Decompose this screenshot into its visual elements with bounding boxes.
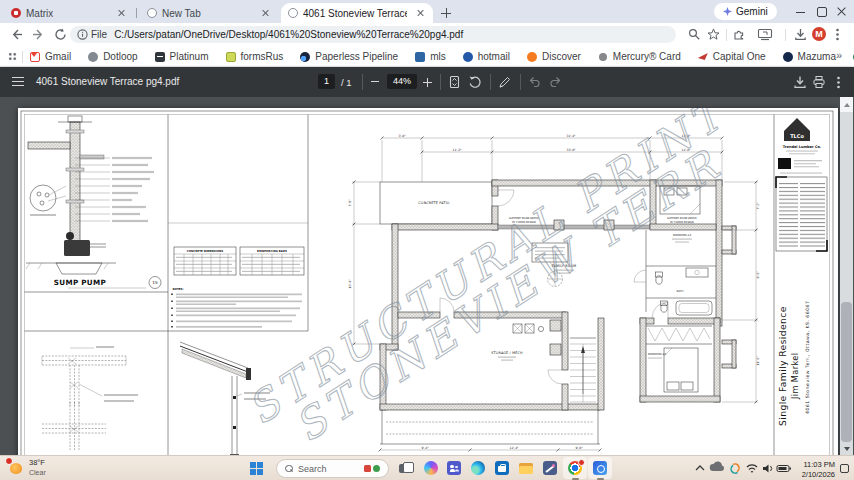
- tab-pdf-active[interactable]: 4061 Stoneview Terrace pg4.pd: [281, 3, 433, 23]
- search-placeholder: Search: [298, 464, 327, 474]
- toolbar-divider: [785, 29, 786, 41]
- extensions-icon[interactable]: [733, 28, 746, 41]
- pdf-scrollbar[interactable]: [840, 97, 853, 455]
- rotate-icon[interactable]: [468, 75, 482, 89]
- weather-widget[interactable]: 38°F Clear: [6, 458, 46, 477]
- taskbar-clock[interactable]: 11:03 PM 2/10/2026: [793, 460, 835, 480]
- tab-label: Matrix: [26, 8, 53, 19]
- chrome-badge: [578, 459, 585, 466]
- maximize-button[interactable]: [816, 6, 827, 17]
- scrollbar-up-icon[interactable]: [840, 97, 853, 112]
- mercury-favicon-icon: [599, 53, 607, 61]
- reload-icon[interactable]: [54, 28, 67, 41]
- pdf-document-title: 4061 Stoneview Terrace pg4.pdf: [36, 76, 179, 87]
- back-icon[interactable]: [10, 28, 23, 41]
- zoom-search-icon[interactable]: [688, 28, 701, 41]
- svg-text:9'-0": 9'-0": [756, 271, 760, 279]
- sync-icon: [733, 464, 739, 472]
- pdf-menu-icon[interactable]: [12, 77, 24, 87]
- task-view-icon[interactable]: [399, 462, 412, 474]
- svg-text:12'-4": 12'-4": [509, 446, 519, 450]
- schedule-tables: CONCRETE DIMENSIONS REINFORCING BARS NOT…: [171, 247, 304, 328]
- taskbar-search[interactable]: Search: [276, 459, 389, 478]
- edge-icon[interactable]: [471, 461, 485, 475]
- bookmark-platinum[interactable]: Platinum: [155, 51, 209, 62]
- close-tab-icon[interactable]: [116, 8, 127, 19]
- scrollbar-down-icon[interactable]: [840, 442, 853, 455]
- handwritten-watermark: STRUCTURAL PRINT STONEVIEW TERR: [239, 108, 759, 455]
- new-tab-button[interactable]: [440, 7, 452, 19]
- profile-avatar[interactable]: M: [812, 27, 826, 41]
- notes-heading: NOTES:: [172, 287, 183, 291]
- copilot-icon[interactable]: [424, 461, 438, 475]
- bookmark-capital-one[interactable]: Capital One: [698, 51, 766, 62]
- tab-matrix[interactable]: Matrix: [4, 3, 134, 23]
- fit-page-icon[interactable]: [448, 75, 461, 89]
- close-window-button[interactable]: [836, 6, 847, 17]
- tab-capture-icon[interactable]: [757, 28, 773, 41]
- zoom-out-button[interactable]: [371, 81, 379, 82]
- file-label: File: [91, 29, 107, 40]
- pdf-menu-dots-icon[interactable]: [836, 76, 841, 89]
- svg-text:11'-0": 11'-0": [756, 356, 760, 366]
- browser-window: Matrix New Tab 4061 Stoneview Terrace pg…: [0, 0, 854, 480]
- teams-icon[interactable]: [447, 461, 461, 475]
- rebar-table-title: REINFORCING BARS: [257, 249, 287, 253]
- toolbar-divider: [362, 74, 363, 90]
- title-block: TLCo Trendel Lumber Co. Single Family Re…: [776, 118, 827, 426]
- bookmark-dotloop[interactable]: Dotloop: [88, 51, 137, 62]
- zoom-in-button[interactable]: [423, 78, 432, 87]
- close-tab-icon[interactable]: [260, 8, 271, 19]
- bookmark-label: Discover: [542, 51, 581, 62]
- tab-new-tab[interactable]: New Tab: [140, 3, 278, 23]
- page-number-input[interactable]: 1: [318, 74, 335, 89]
- forward-icon[interactable]: [32, 28, 45, 41]
- sump-pump-title: SUMP PUMP: [54, 278, 106, 287]
- svg-text:9'-4": 9'-4": [421, 446, 429, 450]
- photos-icon[interactable]: [593, 461, 607, 475]
- weather-condition: Clear: [29, 468, 46, 477]
- system-tray[interactable]: [693, 460, 793, 477]
- minimize-button[interactable]: [795, 6, 806, 17]
- bookmark-star-icon[interactable]: [707, 28, 720, 41]
- bookmark-hotmail[interactable]: hotmail: [463, 51, 510, 62]
- download-icon[interactable]: [794, 28, 807, 41]
- zoom-level-input[interactable]: 44%: [387, 74, 417, 89]
- gemini-button[interactable]: Gemini: [714, 3, 777, 20]
- bookmark-mercury-card[interactable]: Mercury® Card: [598, 51, 681, 62]
- bookmark-label: Mazuma: [798, 51, 836, 62]
- apps-grid-icon[interactable]: [8, 52, 17, 61]
- close-tab-icon[interactable]: [415, 8, 426, 19]
- bookmark-formsrus[interactable]: formsRus: [226, 51, 284, 62]
- browser-menu-icon[interactable]: [835, 28, 840, 41]
- bookmark-gmail[interactable]: Gmail: [30, 51, 71, 62]
- tab-label: 4061 Stoneview Terrace pg4.pd: [303, 8, 407, 19]
- svg-text:10'-4": 10'-4": [348, 279, 352, 289]
- bookmarks-overflow-chevron[interactable]: »: [836, 49, 842, 61]
- bookmark-mazuma[interactable]: Mazuma: [783, 51, 836, 62]
- clock-time: 11:03 PM: [793, 460, 835, 470]
- windows-taskbar: 38°F Clear Search: [0, 455, 854, 480]
- svg-text:7'-8": 7'-8": [348, 199, 352, 207]
- undo-icon[interactable]: [528, 75, 542, 89]
- bookmark-label: Dotloop: [103, 51, 137, 62]
- bookmark-paperless-pipeline[interactable]: Paperless Pipeline: [300, 51, 398, 62]
- toolbar-divider: [726, 29, 727, 41]
- scrollbar-thumb[interactable]: [841, 302, 852, 442]
- bookmark-discover[interactable]: Discover: [527, 51, 581, 62]
- microsoft-store-icon[interactable]: [495, 461, 509, 475]
- pdf-page: SUMP PUMP 15 CONCRETE DIMENSIONS REINFOR…: [18, 108, 838, 455]
- bookmark-mls[interactable]: mls: [415, 51, 446, 62]
- address-omnibox[interactable]: File C:/Users/patan/OneDrive/Desktop/406…: [70, 26, 676, 43]
- redo-icon[interactable]: [548, 75, 562, 89]
- paint-icon[interactable]: [543, 461, 557, 475]
- annotate-pen-icon[interactable]: [498, 75, 512, 89]
- sump-pump-detail: SUMP PUMP 15: [26, 116, 161, 289]
- file-scheme-chip: File: [77, 29, 107, 40]
- pdf-download-icon[interactable]: [793, 75, 807, 89]
- print-icon[interactable]: [812, 75, 826, 89]
- toolbar-divider: [440, 74, 441, 90]
- file-explorer-icon[interactable]: [519, 461, 533, 475]
- svg-text:33'-0": 33'-0": [566, 148, 576, 152]
- notification-center-icon[interactable]: [840, 464, 849, 473]
